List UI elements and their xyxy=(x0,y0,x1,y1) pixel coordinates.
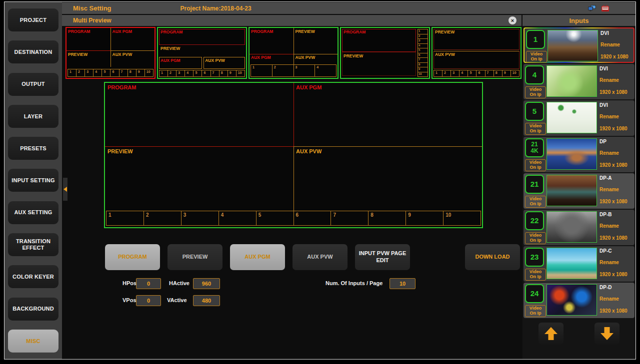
input-item[interactable]: 23 Video On Ip DP-C Rename 1 xyxy=(524,246,634,282)
page-strip: 12345678910 xyxy=(68,69,154,77)
input-item[interactable]: 5 Video On Ip DVI Rename 192 xyxy=(524,100,634,136)
tv-icon[interactable] xyxy=(601,4,610,12)
video-on-ip-badge[interactable]: Video On Ip xyxy=(525,159,546,171)
hactive-field[interactable]: 960 xyxy=(193,278,220,289)
input-number: 22 xyxy=(525,211,544,230)
input-page-strip: 12345678910 xyxy=(106,211,481,226)
titlebar: Misc Setting Project Name:2018-04-23 xyxy=(62,2,636,14)
multiview-preview[interactable]: PROGRAM AUX PGM PREVIEW AUX PVW 12345678… xyxy=(104,82,483,228)
inputs-list: 1 Video On Ip DVI Rename 192 xyxy=(522,27,636,319)
sidebar-button[interactable]: BACKGROUND xyxy=(8,298,58,321)
close-icon[interactable]: × xyxy=(508,16,516,24)
multiview-layout-4[interactable]: PROGRAM PREVIEW 12345678910 xyxy=(340,27,430,79)
video-on-ip-badge[interactable]: Video On Ip xyxy=(525,232,546,244)
num-inputs-field[interactable]: 10 xyxy=(390,278,416,289)
layout-thumbnails-row: PROGRAM AUX PGM PREVIEW AUX PVW 12345678… xyxy=(66,27,522,79)
input-rename-link[interactable]: Rename xyxy=(600,77,619,83)
label-preview: PREVIEW xyxy=(296,29,315,34)
multiview-layout-3[interactable]: PROGRAM PREVIEW AUX PGM AUX PVW 1234 xyxy=(248,27,338,79)
input-rename-link[interactable]: Rename xyxy=(600,42,620,47)
sidebar-button-label: LAYER xyxy=(24,113,42,120)
hpos-field[interactable]: 0 xyxy=(136,278,161,289)
program-button[interactable]: PROGRAM xyxy=(105,244,160,270)
preview-button[interactable]: PREVIEW xyxy=(168,244,222,270)
label-aux-pvw: AUX PVW xyxy=(296,55,316,60)
label-aux-pgm: AUX PGM xyxy=(296,84,322,90)
sidebar-button-label: TRANSITION EFFECT xyxy=(10,238,56,251)
sidebar-button[interactable]: MISC xyxy=(8,330,58,353)
down-arrow-icon xyxy=(599,326,615,341)
input-number: 24 xyxy=(525,284,544,303)
input-rename-link[interactable]: Rename xyxy=(600,260,619,265)
sidebar-button[interactable]: DESTINATION xyxy=(8,40,58,63)
label-aux-pgm: AUX PGM xyxy=(160,58,180,63)
sidebar-button[interactable]: OUTPUT xyxy=(8,73,58,96)
sidebar-button[interactable]: TRANSITION EFFECT xyxy=(8,233,58,256)
sidebar-button-label: PRESETS xyxy=(20,145,46,152)
sidebar-button[interactable]: LAYER xyxy=(8,105,58,128)
input-thumbnail[interactable] xyxy=(546,138,597,170)
input-number: 23 xyxy=(525,248,544,267)
sidebar-button[interactable]: PRESETS xyxy=(8,137,58,160)
input-thumbnail[interactable] xyxy=(546,284,597,316)
aux-pvw-button[interactable]: AUX PVW xyxy=(292,244,348,270)
sidebar-button-label: BACKGROUND xyxy=(12,306,54,312)
label-aux-pgm: AUX PGM xyxy=(112,29,132,34)
input-item[interactable]: 22 Video On Ip DP-B Rename 1 xyxy=(524,210,634,245)
video-on-ip-badge[interactable]: Video On Ip xyxy=(525,305,546,317)
label-program: PROGRAM xyxy=(344,29,366,34)
aux-pgm-button[interactable]: AUX PGM xyxy=(230,244,285,270)
input-item[interactable]: 21 Video On Ip DP-A Rename 1 xyxy=(524,173,634,209)
page-down-button[interactable] xyxy=(594,323,620,345)
up-arrow-icon xyxy=(543,326,559,341)
sidebar-button[interactable]: AUX SETTING xyxy=(8,201,58,224)
multiview-layout-2[interactable]: PROGRAM PREVIEW AUX PGM AUX PVW 12345678… xyxy=(157,27,247,79)
label-aux-pgm: AUX PGM xyxy=(251,55,271,60)
multiview-layout-1[interactable]: PROGRAM AUX PGM PREVIEW AUX PVW 12345678… xyxy=(66,27,156,79)
input-rename-link[interactable]: Rename xyxy=(600,114,619,119)
label-program: PROGRAM xyxy=(160,29,182,34)
input-thumbnail[interactable] xyxy=(548,30,598,61)
input-thumbnail[interactable] xyxy=(546,248,597,279)
input-item[interactable]: 21 4K Video On Ip DP Rename 1 xyxy=(524,137,634,172)
input-resolution: 1920 x 1080 xyxy=(600,54,628,59)
video-on-ip-badge[interactable]: Video On Ip xyxy=(525,86,546,98)
input-thumbnail[interactable] xyxy=(546,175,597,206)
input-pvw-page-edit-button[interactable]: INPUT PVW PAGE EDIT xyxy=(355,244,410,270)
sidebar-collapse-handle[interactable] xyxy=(63,178,68,201)
input-type: DP-B xyxy=(600,212,612,217)
page-up-button[interactable] xyxy=(538,323,564,345)
label-preview: PREVIEW xyxy=(108,148,133,154)
input-rename-link[interactable]: Rename xyxy=(600,187,619,192)
label-aux-pvw: AUX PVW xyxy=(435,52,455,57)
vpos-field[interactable]: 0 xyxy=(136,295,161,306)
input-rename-link[interactable]: Rename xyxy=(600,296,619,302)
input-rename-link[interactable]: Rename xyxy=(600,150,619,156)
label-preview: PREVIEW xyxy=(435,29,454,34)
video-on-ip-badge[interactable]: Video On Ip xyxy=(526,51,547,63)
input-item[interactable]: 24 Video On Ip DP-D Rename 1 xyxy=(524,283,634,318)
input-number: 4 xyxy=(525,65,544,84)
sidebar-button[interactable]: PROJECT xyxy=(8,8,58,31)
input-resolution: 1920 x 1080 xyxy=(600,308,628,314)
sidebar-button[interactable]: INPUT SETTING xyxy=(8,169,58,192)
input-item[interactable]: 4 Video On Ip DVI Rename 192 xyxy=(524,64,634,99)
sidebar-button-label: PROJECT xyxy=(20,17,46,23)
input-rename-link[interactable]: Rename xyxy=(600,223,619,229)
video-on-ip-badge[interactable]: Video On Ip xyxy=(525,123,546,135)
video-on-ip-badge[interactable]: Video On Ip xyxy=(525,196,546,208)
label-aux-pvw: AUX PVW xyxy=(205,58,225,63)
label-program: PROGRAM xyxy=(68,29,90,34)
sidebar-button[interactable]: COLOR KEYER xyxy=(8,265,58,288)
multiview-layout-5[interactable]: PREVIEW AUX PVW 12345678910 xyxy=(432,27,522,79)
input-thumbnail[interactable] xyxy=(546,102,597,133)
input-thumbnail[interactable] xyxy=(546,65,597,97)
video-on-ip-badge[interactable]: Video On Ip xyxy=(525,269,546,281)
vactive-field[interactable]: 480 xyxy=(193,295,220,306)
dual-monitor-icon[interactable] xyxy=(588,4,596,12)
input-number: 21 4K xyxy=(525,138,544,157)
input-item[interactable]: 1 Video On Ip DVI Rename 192 xyxy=(524,27,634,63)
input-thumbnail[interactable] xyxy=(546,211,597,243)
download-button[interactable]: DOWN LOAD xyxy=(465,244,520,270)
sidebar-button-label: DESTINATION xyxy=(14,49,52,55)
